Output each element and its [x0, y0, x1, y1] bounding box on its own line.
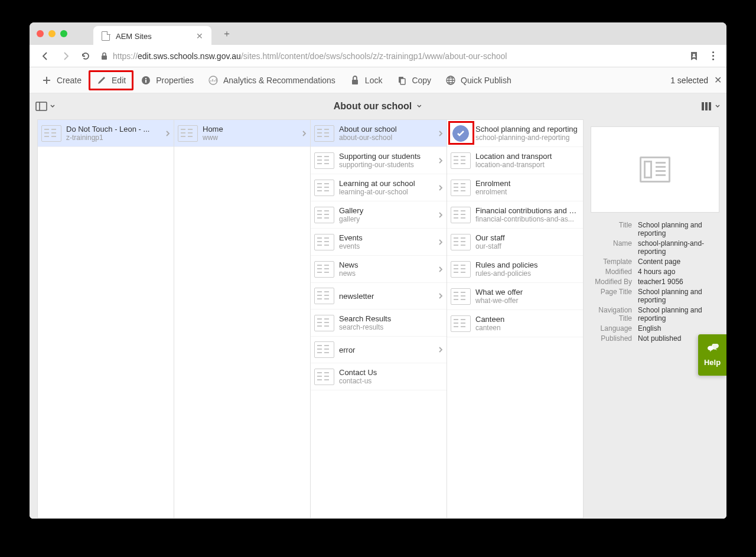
item-title: Our staff: [475, 233, 579, 242]
page-item[interactable]: Canteencanteen: [447, 310, 583, 337]
page-item[interactable]: Learning at our schoollearning-at-our-sc…: [311, 174, 447, 201]
page-thumb-icon[interactable]: [451, 315, 471, 332]
mac-close-button[interactable]: [37, 30, 44, 37]
chevron-right-icon: [302, 130, 307, 137]
edit-button[interactable]: Edit: [89, 70, 133, 90]
new-tab-button[interactable]: ＋: [222, 28, 232, 40]
mac-minimize-button[interactable]: [48, 30, 56, 37]
page-item[interactable]: Location and transportlocation-and-trans…: [447, 147, 583, 174]
profile-icon[interactable]: [686, 48, 702, 64]
page-thumb-icon[interactable]: [451, 152, 471, 169]
copy-button[interactable]: Copy: [389, 71, 438, 90]
item-name: what-we-offer: [475, 297, 579, 305]
reload-button[interactable]: [77, 48, 94, 64]
chevron-down-icon: [416, 103, 422, 109]
page-item[interactable]: newsletter: [311, 283, 447, 310]
back-button[interactable]: [37, 48, 54, 64]
browser-tab[interactable]: AEM Sites ✕: [93, 26, 211, 46]
item-title: Contact Us: [339, 368, 443, 377]
menu-button[interactable]: [705, 48, 721, 64]
page-thumb-icon[interactable]: [451, 234, 471, 250]
page-item[interactable]: School planning and reportingschool-plan…: [447, 120, 583, 147]
page-thumb-icon[interactable]: [314, 341, 334, 358]
page-thumb-icon[interactable]: [314, 261, 334, 278]
page-thumb-icon[interactable]: [314, 207, 334, 223]
svg-rect-11: [36, 102, 47, 110]
close-tab-icon[interactable]: ✕: [196, 31, 203, 41]
page-thumb-icon[interactable]: [314, 180, 334, 196]
page-thumb-icon[interactable]: [451, 180, 471, 196]
item-name: canteen: [475, 324, 579, 332]
page-item[interactable]: Newsnews: [311, 256, 447, 283]
page-template-icon: [640, 157, 670, 183]
chevron-right-icon: [165, 130, 170, 137]
page-item[interactable]: Eventsevents: [311, 229, 447, 256]
page-item[interactable]: Supporting our studentssupporting-our-st…: [311, 147, 447, 174]
item-name: learning-at-our-school: [339, 188, 436, 196]
address-bar[interactable]: https://edit.sws.schools.nsw.gov.au/site…: [100, 51, 678, 61]
property-value: School planning and reporting: [638, 221, 719, 237]
breadcrumb-title[interactable]: About our school: [334, 101, 422, 112]
mac-maximize-button[interactable]: [60, 30, 67, 37]
page-thumb-icon[interactable]: [451, 207, 471, 223]
property-label: Language: [591, 324, 638, 333]
page-item[interactable]: About our schoolabout-our-school: [311, 120, 447, 147]
column-3: School planning and reportingschool-plan…: [447, 119, 584, 519]
page-thumb-icon[interactable]: [314, 315, 334, 331]
page-thumb-icon[interactable]: [314, 288, 334, 304]
forward-button[interactable]: [57, 48, 74, 64]
rail-toggle[interactable]: [35, 102, 56, 111]
page-thumb-icon[interactable]: [178, 125, 198, 142]
page-item[interactable]: Rules and policiesrules-and-policies: [447, 256, 583, 283]
analytics-button[interactable]: Analytics & Recommendations: [201, 71, 343, 90]
properties-button[interactable]: Properties: [133, 71, 201, 90]
tab-title: AEM Sites: [116, 32, 190, 41]
property-value: teacher1 9056: [638, 278, 719, 286]
page-item[interactable]: Do Not Touch - Leon - ...z-trainingp1: [38, 120, 174, 147]
window-titlebar: AEM Sites ✕ ＋: [30, 22, 726, 45]
create-button[interactable]: Create: [34, 71, 89, 90]
item-title: Canteen: [475, 315, 579, 324]
item-name: financial-contributions-and-as...: [475, 215, 579, 223]
lock-button[interactable]: Lock: [343, 71, 390, 90]
checkmark-icon[interactable]: [452, 125, 469, 142]
item-name: events: [339, 242, 436, 250]
lock-icon: [100, 52, 108, 60]
page-thumb-icon[interactable]: [314, 369, 334, 385]
globe-icon: [445, 75, 456, 86]
page-thumb-icon[interactable]: [314, 152, 334, 169]
page-thumb-icon[interactable]: [314, 125, 334, 142]
clear-selection-button[interactable]: ✕: [714, 74, 722, 86]
item-title: Search Results: [339, 314, 443, 323]
view-switcher[interactable]: [702, 102, 721, 111]
page-item[interactable]: Homewww: [174, 120, 310, 147]
svg-rect-14: [705, 102, 708, 110]
page-item[interactable]: Contact Uscontact-us: [311, 363, 447, 390]
page-item[interactable]: Enrolmentenrolment: [447, 174, 583, 201]
page-thumb-icon[interactable]: [314, 234, 334, 250]
page-item[interactable]: Search Resultssearch-results: [311, 310, 447, 337]
chevron-right-icon: [438, 266, 443, 273]
chat-icon: [706, 344, 719, 356]
item-name: search-results: [339, 323, 443, 331]
page-item[interactable]: What we offerwhat-we-offer: [447, 283, 583, 310]
page-item[interactable]: Financial contributions and as...financi…: [447, 201, 583, 229]
item-title: error: [339, 346, 436, 354]
item-title: Financial contributions and as...: [475, 206, 579, 215]
column-view: Do Not Touch - Leon - ...z-trainingp1Hom…: [30, 119, 726, 519]
page-thumb-icon[interactable]: [451, 261, 471, 278]
help-widget[interactable]: Help: [698, 334, 726, 376]
page-item[interactable]: error: [311, 337, 447, 363]
page-item[interactable]: Gallerygallery: [311, 201, 447, 229]
property-row: TemplateContent page: [591, 258, 719, 266]
page-item[interactable]: Our staffour-staff: [447, 229, 583, 256]
property-value: English: [638, 324, 719, 333]
page-thumb-icon[interactable]: [451, 288, 471, 305]
quick-publish-button[interactable]: Quick Publish: [438, 71, 519, 90]
column-0: Do Not Touch - Leon - ...z-trainingp1: [37, 119, 174, 519]
page-thumb-icon[interactable]: [41, 125, 61, 142]
chevron-right-icon: [438, 184, 443, 191]
chevron-right-icon: [438, 211, 443, 219]
item-title: News: [339, 260, 436, 269]
selection-count: 1 selected ✕: [670, 74, 722, 86]
